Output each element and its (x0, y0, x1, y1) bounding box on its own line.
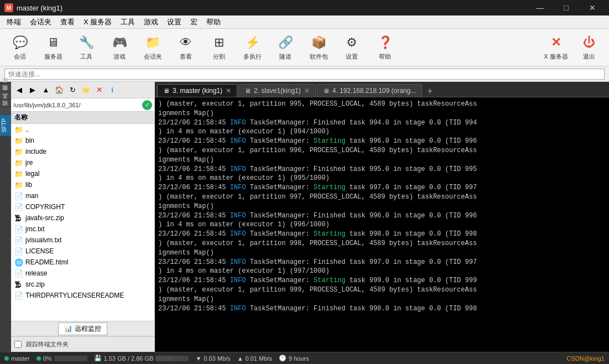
left-edge-tab-标签[interactable]: 标签 (0, 84, 11, 91)
minimize-button[interactable]: — (528, 0, 553, 15)
left-edge-tabs: 标签收藏工具对话SFTP (0, 82, 11, 352)
file-item[interactable]: 📁bin (11, 135, 154, 146)
file-item[interactable]: 🗜javafx-src.zip (11, 212, 154, 223)
toolbar-btn-隧道[interactable]: 🔗隧道 (270, 32, 301, 64)
file-name: man (25, 192, 151, 200)
host-status-dot (4, 356, 9, 361)
toolbar-btn-会话夹[interactable]: 📁会话夹 (137, 32, 168, 64)
upload-icon: ▲ (237, 355, 243, 362)
chart-icon: 📊 (64, 325, 72, 332)
toolbar-btn-游戏[interactable]: 🎮游戏 (104, 32, 135, 64)
tab-icon: 🖥 (244, 87, 251, 94)
file-item[interactable]: 📁include (11, 146, 154, 157)
toolbar-btn-会话[interactable]: 💬会话 (4, 32, 35, 64)
terminal-line: ) in 4 ms on master (executor 1) (997/10… (158, 267, 606, 276)
file-item[interactable]: 📄COPYRIGHT (11, 201, 154, 212)
right-panel: 🖥3. master (king1)✕🖥2. slave1(king1)✕🖥4.… (155, 82, 609, 352)
toolbar-btn-帮助[interactable]: ❓帮助 (369, 32, 400, 64)
left-edge-tab-SFTP[interactable]: SFTP (0, 115, 11, 136)
tab-close-icon[interactable]: ✕ (304, 87, 310, 95)
file-item[interactable]: 📄jmc.txt (11, 223, 154, 235)
toolbar-btn-服务器[interactable]: 🖥服务器 (38, 32, 69, 64)
file-item[interactable]: 📁jre (11, 157, 154, 168)
memory-progress-bar (155, 356, 189, 361)
maximize-button[interactable]: □ (554, 0, 579, 15)
terminal-line: ) (master, executor 1, partition 997, PR… (158, 193, 606, 202)
sidebar-refresh-btn[interactable]: ↻ (66, 84, 79, 96)
file-item[interactable]: 🌐README.html (11, 257, 154, 268)
left-edge-tab-对话[interactable]: 对话 (0, 107, 11, 114)
track-terminal-checkbox[interactable] (14, 341, 22, 348)
file-item[interactable]: 📄THIRDPARTYLICENSEREADME (11, 290, 154, 301)
terminal-line: ) in 4 ms on master (executor 1) (994/10… (158, 127, 606, 137)
toolbar-btn-设置[interactable]: ⚙设置 (336, 32, 367, 64)
terminal-line: ) in 4 ms on master (executor 1) (995/10… (158, 174, 606, 183)
file-list[interactable]: 📁..📁bin📁include📁jre📁legal📁lib📄man📄COPYRI… (11, 124, 154, 321)
sidebar-home-btn[interactable]: 🏠 (53, 84, 65, 96)
menu-item-终端[interactable]: 终端 (2, 16, 25, 28)
tab-add-button[interactable]: + (423, 86, 436, 97)
sidebar-back-btn[interactable]: ◀ (13, 84, 25, 96)
terminal[interactable]: ) (master, executor 1, partition 995, PR… (155, 97, 609, 352)
file-icon: 📁 (14, 137, 23, 145)
toolbar-btn-工具[interactable]: 🔧工具 (71, 32, 102, 64)
sidebar-bookmarks-btn[interactable]: ⭐ (80, 84, 92, 96)
window-title: master (king1) (17, 4, 528, 12)
file-icon: 📄 (14, 269, 23, 278)
file-item[interactable]: 📄jvisualvm.txt (11, 235, 154, 246)
status-memory: 💾 1.53 GB / 2.86 GB (94, 355, 189, 362)
menu-item-游戏[interactable]: 游戏 (139, 16, 163, 28)
tabs-bar: 🖥3. master (king1)✕🖥2. slave1(king1)✕🖥4.… (155, 82, 609, 97)
terminal-line: ) (master, executor 1, partition 995, PR… (158, 100, 606, 109)
file-icon: 📁 (14, 170, 23, 178)
toolbar-btn-查看[interactable]: 👁查看 (170, 32, 201, 64)
menu-item-宏[interactable]: 宏 (186, 16, 202, 28)
status-bar: master 0% 💾 1.53 GB / 2.86 GB ▼ 0.03 Mb/… (0, 352, 609, 364)
file-item[interactable]: 📁legal (11, 168, 154, 179)
terminal-line: ignments Map() (158, 109, 606, 118)
toolbar-btn-quit[interactable]: ⏻退出 (574, 32, 605, 64)
menu-item-设置[interactable]: 设置 (163, 16, 186, 28)
left-edge-tab-工具[interactable]: 工具 (0, 100, 11, 106)
menu-item-查看[interactable]: 查看 (56, 16, 79, 28)
menu-item-帮助[interactable]: 帮助 (202, 16, 225, 28)
remote-monitor-button[interactable]: 📊 远程监控 (58, 323, 107, 335)
menu-item-工具[interactable]: 工具 (116, 16, 139, 28)
tab-tab1[interactable]: 🖥3. master (king1)✕ (157, 84, 237, 97)
sidebar-toolbar: ◀ ▶ ▲ 🏠 ↻ ⭐ ✕ i (11, 82, 154, 98)
toolbar-btn-多执行[interactable]: ⚡多执行 (237, 32, 268, 64)
toolbar-btn-软件包[interactable]: 📦软件包 (303, 32, 334, 64)
file-item[interactable]: 🗜src.zip (11, 279, 154, 290)
file-item[interactable]: 📄LICENSE (11, 246, 154, 257)
toolbar-btn-x-server[interactable]: ✕X 服务器 (540, 32, 571, 64)
status-download: ▼ 0.03 Mb/s (195, 355, 230, 362)
path-check-icon: ✓ (142, 100, 152, 110)
terminal-line: ignments Map() (158, 202, 606, 211)
status-upload: ▲ 0.01 Mb/s (237, 355, 272, 362)
close-button[interactable]: ✕ (580, 0, 605, 15)
file-item[interactable]: 📄man (11, 190, 154, 201)
file-name: jmc.txt (25, 225, 151, 233)
left-edge-tab-收藏[interactable]: 收藏 (0, 92, 11, 98)
sidebar-close-btn[interactable]: ✕ (93, 84, 105, 96)
terminal-line: ) (master, executor 1, partition 998, PR… (158, 239, 606, 248)
cpu-percent: 0% (43, 355, 52, 362)
terminal-line: ) (master, executor 1, partition 999, PR… (158, 285, 606, 295)
sidebar-forward-btn[interactable]: ▶ (27, 84, 39, 96)
menu-item-会话夹[interactable]: 会话夹 (25, 16, 56, 28)
file-item[interactable]: 📁.. (11, 124, 154, 135)
toolbar-btn-分割[interactable]: ⊞分割 (204, 32, 235, 64)
tab-tab3[interactable]: 🖥4. 192.168.218.109 (orang... (317, 84, 422, 97)
tab-tab2[interactable]: 🖥2. slave1(king1)✕ (238, 84, 316, 97)
quick-connect-input[interactable] (4, 69, 605, 80)
sidebar-up-btn[interactable]: ▲ (40, 84, 52, 96)
file-name: .. (25, 126, 151, 133)
sidebar-info-btn[interactable]: i (106, 84, 118, 96)
file-item[interactable]: 📁lib (11, 179, 154, 190)
file-name: bin (25, 137, 151, 144)
tab-close-icon[interactable]: ✕ (226, 87, 231, 95)
file-item[interactable]: 📄release (11, 268, 154, 279)
user-label: CSDN@king1 (566, 355, 605, 362)
menu-item-X 服务器[interactable]: X 服务器 (79, 16, 116, 28)
terminal-line: 23/12/06 21:58:45 INFO TaskSetManager: S… (158, 230, 606, 239)
